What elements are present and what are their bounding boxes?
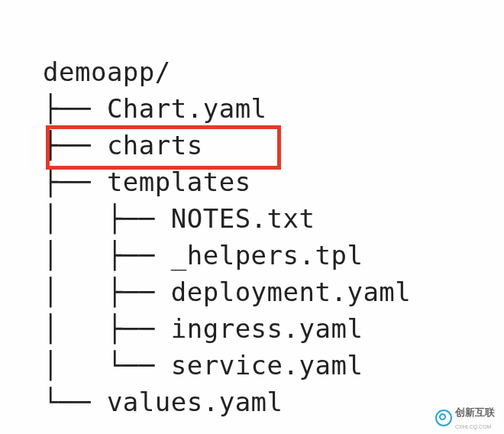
watermark-logo-icon <box>435 410 452 426</box>
watermark: 创新互联 CXHLCQ.COM <box>431 406 499 429</box>
tree-item-ingress: │ ├── ingress.yaml <box>43 313 363 344</box>
tree-item-templates: ├── templates <box>43 167 251 197</box>
tree-item-notes-txt: │ ├── NOTES.txt <box>43 203 315 234</box>
directory-tree: demoapp/ ├── Chart.yaml ├── charts ├── t… <box>0 0 504 420</box>
watermark-text-en: CXHLCQ.COM <box>455 424 491 429</box>
tree-item-chart-yaml: ├── Chart.yaml <box>43 93 267 124</box>
tree-item-charts: ├── charts <box>43 130 203 160</box>
tree-item-helpers-tpl: │ ├── _helpers.tpl <box>43 240 363 270</box>
watermark-text-cn: 创新互联 <box>455 406 495 418</box>
tree-root: demoapp/ <box>43 57 171 87</box>
tree-item-deployment: │ ├── deployment.yaml <box>43 277 411 307</box>
tree-item-service: │ └── service.yaml <box>43 350 363 381</box>
tree-item-values-yaml: └── values.yaml <box>43 387 283 417</box>
